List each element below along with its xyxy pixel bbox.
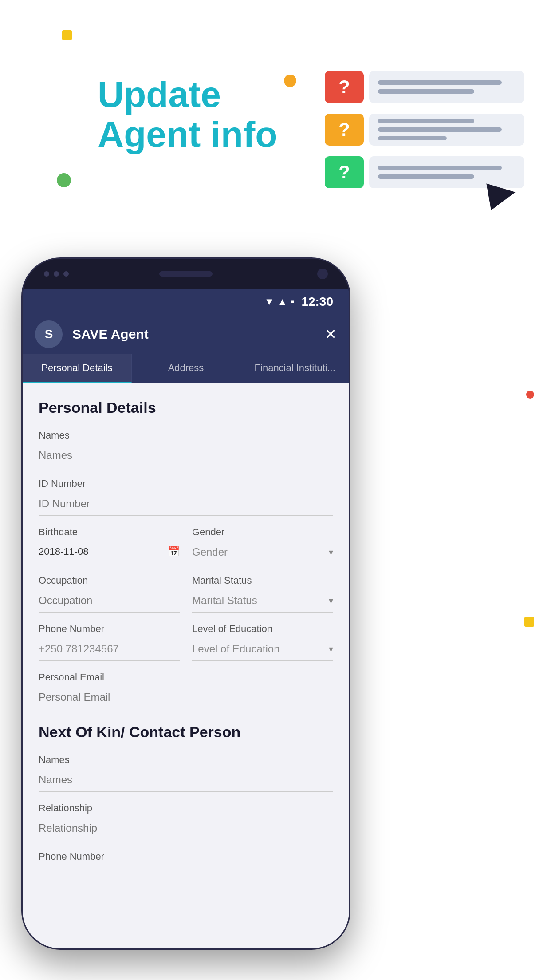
phone-front-camera [317, 269, 328, 279]
label-marital-status: Marital Status [192, 575, 333, 586]
chevron-down-icon: ▾ [329, 644, 333, 654]
card-line [378, 166, 502, 170]
signal-icon: ▲ [278, 296, 287, 308]
card-line [378, 127, 502, 131]
illustration-cards: ? ? ? ▶ [325, 71, 524, 199]
select-education-value: Level of Education [192, 643, 329, 655]
phone-device: ▼ ▲ ▪ 12:30 S SAVE Agent ✕ Personal Deta… [21, 257, 350, 950]
decorative-dot-green [57, 173, 71, 187]
row-birthdate-gender: Birthdate 📅 Gender Gender ▾ [39, 526, 333, 564]
phone-top-bar [23, 259, 349, 289]
card-icon-yellow: ? [325, 114, 364, 146]
page-title-block: Update Agent info [98, 75, 277, 154]
label-kin-names: Names [39, 754, 333, 766]
status-icons: ▼ ▲ ▪ [264, 296, 294, 308]
col-education: Level of Education Level of Education ▾ [192, 623, 333, 661]
field-id-number: ID Number [39, 478, 333, 516]
col-phone: Phone Number [39, 623, 180, 661]
card-lines-1 [369, 71, 524, 103]
label-id-number: ID Number [39, 478, 333, 490]
field-names: Names [39, 430, 333, 467]
decorative-dot-red [526, 391, 534, 399]
title-line2: Agent info [98, 115, 277, 154]
label-names: Names [39, 430, 333, 441]
input-phone[interactable] [39, 638, 180, 661]
title-line1: Update [98, 75, 277, 115]
card-line [378, 119, 474, 123]
row-occupation-marital: Occupation Marital Status Marital Status… [39, 575, 333, 612]
chevron-down-icon: ▾ [329, 547, 333, 557]
field-kin-names: Names [39, 754, 333, 792]
decorative-dot-orange [284, 75, 296, 87]
tab-address[interactable]: Address [132, 354, 241, 383]
input-kin-names[interactable] [39, 769, 333, 792]
calendar-icon: 📅 [168, 546, 180, 557]
phone-speaker [159, 271, 213, 277]
input-id-number[interactable] [39, 493, 333, 516]
label-phone: Phone Number [39, 623, 180, 635]
decorative-dot-yellow-sq [524, 617, 534, 627]
tab-bar: Personal Details Address Financial Insti… [23, 354, 349, 383]
app-title: SAVE Agent [72, 327, 315, 342]
app-header: S SAVE Agent ✕ [23, 315, 349, 354]
card-line [378, 80, 502, 85]
wifi-icon: ▼ [264, 296, 274, 308]
chevron-down-icon: ▾ [329, 595, 333, 606]
cam-dot [54, 271, 59, 277]
select-gender-wrapper[interactable]: Gender ▾ [192, 541, 333, 564]
card-row-1: ? [325, 71, 524, 103]
card-icon-red: ? [325, 71, 364, 103]
card-icon-green: ? [325, 156, 364, 188]
input-birthdate-wrapper[interactable]: 📅 [39, 541, 180, 563]
input-occupation[interactable] [39, 590, 180, 612]
col-marital-status: Marital Status Marital Status ▾ [192, 575, 333, 612]
form-content: Personal Details Names ID Number Birthda… [23, 383, 349, 948]
select-gender-value: Gender [192, 546, 329, 558]
cam-dot [63, 271, 69, 277]
battery-icon: ▪ [291, 296, 295, 308]
col-occupation: Occupation [39, 575, 180, 612]
section-title-kin: Next Of Kin/ Contact Person [39, 723, 333, 741]
card-line [378, 89, 474, 94]
app-logo: S [35, 320, 63, 348]
label-education: Level of Education [192, 623, 333, 635]
label-email: Personal Email [39, 672, 333, 683]
row-phone-education: Phone Number Level of Education Level of… [39, 623, 333, 661]
select-marital-value: Marital Status [192, 594, 329, 607]
decorative-dot-yellow [62, 30, 72, 40]
label-kin-phone: Phone Number [39, 851, 333, 862]
label-birthdate: Birthdate [39, 526, 180, 538]
card-lines-2 [369, 114, 524, 146]
input-birthdate[interactable] [39, 546, 168, 557]
cam-dot [44, 271, 49, 277]
phone-camera-dots [44, 271, 69, 277]
tab-financial[interactable]: Financial Instituti... [240, 354, 349, 383]
section-title-personal: Personal Details [39, 399, 333, 416]
input-relationship[interactable] [39, 818, 333, 840]
select-marital-wrapper[interactable]: Marital Status ▾ [192, 590, 333, 612]
status-bar: ▼ ▲ ▪ 12:30 [23, 289, 349, 315]
tab-personal-details[interactable]: Personal Details [23, 354, 132, 383]
col-gender: Gender Gender ▾ [192, 526, 333, 564]
input-email[interactable] [39, 687, 333, 709]
field-kin-phone: Phone Number [39, 851, 333, 862]
select-education-wrapper[interactable]: Level of Education ▾ [192, 638, 333, 661]
field-relationship: Relationship [39, 802, 333, 840]
card-row-2: ? [325, 114, 524, 146]
card-line [378, 136, 447, 140]
label-gender: Gender [192, 526, 333, 538]
field-email: Personal Email [39, 672, 333, 709]
card-line [378, 174, 474, 179]
close-button[interactable]: ✕ [325, 326, 337, 343]
label-relationship: Relationship [39, 802, 333, 814]
status-time: 12:30 [301, 295, 333, 309]
input-names[interactable] [39, 445, 333, 467]
label-occupation: Occupation [39, 575, 180, 586]
col-birthdate: Birthdate 📅 [39, 526, 180, 564]
